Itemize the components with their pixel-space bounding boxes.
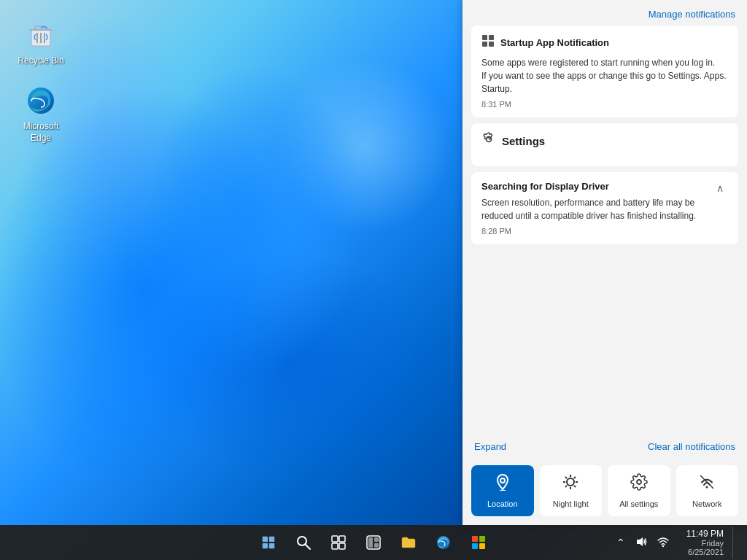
tray-network-icon[interactable] [654,533,672,553]
file-explorer-button[interactable] [392,526,425,559]
svg-point-45 [662,545,663,546]
desktop-icon-recycle-bin[interactable]: Recycle Bin [12,15,70,70]
svg-rect-37 [374,537,379,542]
show-desktop-button[interactable] [732,526,741,559]
svg-rect-9 [489,42,494,47]
svg-point-22 [637,480,641,484]
taskbar-right: ⌃ 11:49 [614,526,741,559]
network-icon [698,473,716,495]
recycle-bin-label: Recycle Bin [18,55,63,67]
svg-rect-43 [479,543,485,549]
desktop-icon-edge[interactable]: MicrosoftEdge [12,80,70,147]
svg-rect-36 [368,537,373,548]
svg-line-30 [306,545,311,550]
edge-label: MicrosoftEdge [23,121,59,144]
svg-line-21 [565,486,567,487]
startup-notif-body: Some apps were registered to start runni… [481,56,728,96]
startup-app-icon [481,34,495,50]
svg-rect-7 [489,35,494,40]
edge-taskbar-button[interactable] [427,526,460,559]
svg-rect-25 [263,537,268,542]
startup-notif-time: 8:31 PM [481,100,728,109]
manage-notifications-link[interactable]: Manage notifications [649,9,735,20]
driver-notif-time: 8:28 PM [481,227,712,236]
driver-notif-title: Searching for Display Driver [481,181,712,192]
tray-arrow-icon[interactable]: ⌃ [614,534,628,551]
settings-section[interactable]: Settings [471,123,738,166]
settings-title: Settings [502,135,545,147]
svg-rect-28 [269,543,274,548]
taskbar-center [252,526,495,559]
clock-area[interactable]: 11:49 PM Friday 6/25/2021 [681,526,729,559]
settings-gear-icon [481,132,496,150]
driver-notif-body: Screen resolution, performance and batte… [481,196,712,222]
settings-header: Settings [481,132,728,150]
svg-rect-31 [332,536,338,542]
task-view-button[interactable] [322,526,355,559]
notification-panel: Manage notifications Startup App Notific… [462,0,747,525]
edge-icon [23,83,58,118]
expand-button[interactable]: Expand [474,441,506,452]
svg-rect-38 [374,543,379,548]
svg-rect-26 [269,537,274,542]
tray-volume-icon[interactable] [632,533,650,553]
all-settings-icon [630,473,648,495]
svg-point-10 [500,478,505,483]
collapse-button[interactable]: ∧ [712,181,728,195]
quick-settings-grid: Location [471,462,738,519]
night-light-label: Night light [553,499,589,508]
svg-rect-42 [472,543,478,549]
svg-line-18 [565,477,567,478]
driver-notif-header: Searching for Display Driver Screen reso… [481,181,728,236]
notif-actions: Expand Clear all notifications [471,437,738,456]
svg-line-20 [574,477,576,478]
quick-tile-all-settings[interactable]: All settings [608,465,670,516]
svg-rect-8 [482,42,487,47]
location-label: Location [487,499,518,508]
start-button[interactable] [252,526,285,559]
quick-tile-location[interactable]: Location [471,465,534,516]
clock-date-line2: 6/25/2021 [688,548,724,556]
search-button[interactable] [287,526,320,559]
driver-notif-content: Searching for Display Driver Screen reso… [481,181,712,236]
store-button[interactable] [462,526,495,559]
startup-notif-title: Startup App Notification [500,37,609,48]
startup-notif-header: Startup App Notification [481,34,728,50]
svg-rect-32 [339,536,345,542]
svg-point-13 [567,478,574,486]
svg-rect-40 [472,536,478,542]
svg-line-19 [574,486,576,487]
recycle-bin-icon [23,18,58,52]
svg-rect-27 [263,543,268,548]
notif-bottom: Expand Clear all notifications Location [462,431,747,525]
network-label: Network [692,499,721,508]
display-driver-notification: Searching for Display Driver Screen reso… [471,172,738,244]
desktop: Recycle Bin MicrosoftEdg [0,0,747,560]
system-tray: ⌃ [614,533,672,553]
clock-time: 11:49 PM [686,529,724,539]
quick-tile-night-light[interactable]: Night light [540,465,603,516]
svg-rect-6 [482,35,487,40]
svg-rect-41 [479,536,485,542]
widgets-button[interactable] [357,526,390,559]
night-light-icon [562,473,579,495]
clock-date-line1: Friday [701,539,724,548]
clear-all-button[interactable]: Clear all notifications [648,441,735,452]
startup-app-notification: Startup App Notification Some apps were … [471,26,738,117]
notif-top-bar: Manage notifications [462,0,747,26]
svg-rect-34 [339,543,345,549]
location-icon [494,473,511,495]
taskbar: ⌃ 11:49 [0,525,747,560]
svg-marker-44 [637,537,643,546]
quick-tile-network[interactable]: Network [676,465,739,516]
svg-point-23 [706,486,708,489]
all-settings-label: All settings [619,499,658,508]
svg-rect-33 [332,543,338,549]
